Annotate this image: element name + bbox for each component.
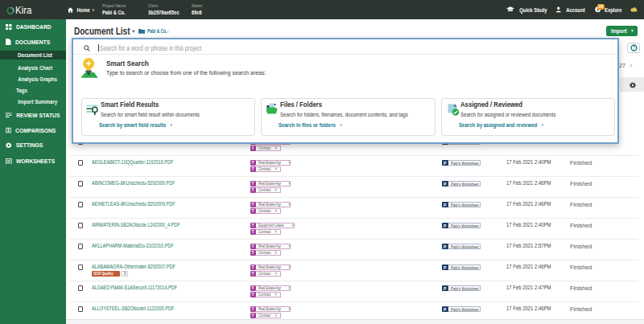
- svg-text:?: ?: [633, 46, 635, 50]
